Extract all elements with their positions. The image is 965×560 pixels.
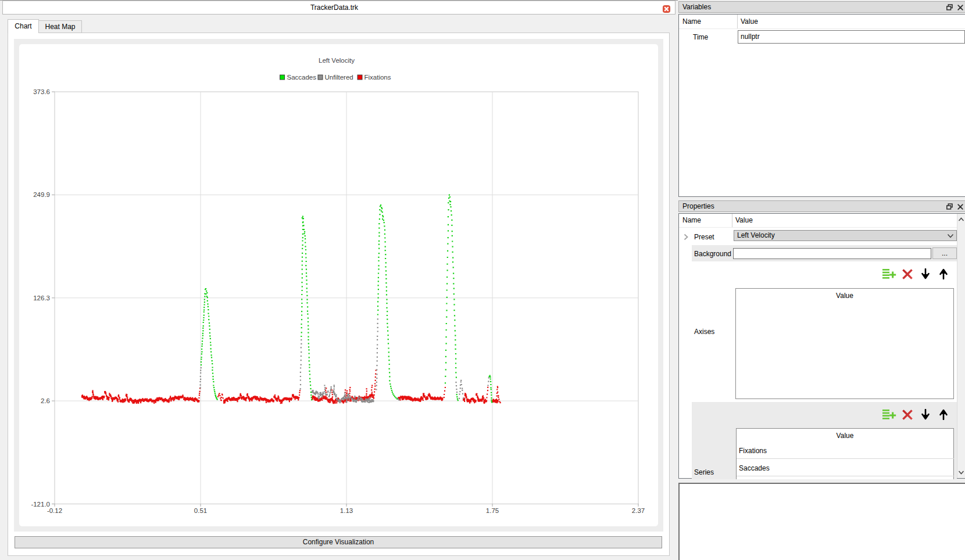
svg-text:0.51: 0.51 xyxy=(194,507,207,514)
svg-text:-0.12: -0.12 xyxy=(47,507,62,514)
svg-text:Unfiltered: Unfiltered xyxy=(325,74,353,81)
svg-text:2.37: 2.37 xyxy=(632,507,645,514)
svg-text:126.3: 126.3 xyxy=(33,295,50,301)
svg-text:Left Velocity: Left Velocity xyxy=(319,57,355,64)
svg-text:Fixations: Fixations xyxy=(364,74,391,81)
svg-text:-121.0: -121.0 xyxy=(31,501,50,508)
svg-text:1.75: 1.75 xyxy=(486,507,499,514)
svg-text:373.6: 373.6 xyxy=(33,88,50,95)
svg-text:1.13: 1.13 xyxy=(340,507,353,514)
svg-text:Saccades: Saccades xyxy=(287,74,317,81)
svg-text:2.6: 2.6 xyxy=(41,397,50,404)
svg-text:249.9: 249.9 xyxy=(33,191,50,198)
